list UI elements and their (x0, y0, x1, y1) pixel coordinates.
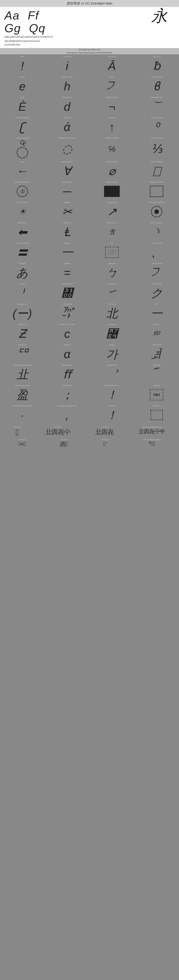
bottom-cjk-section: CJK Ext D 𫝀 CJK Ext E 㐀㐁㐂㐃 CJK Ext F 㐀㐁㐂… (0, 423, 179, 451)
grid-cell-arrows: Arrows ← (0, 159, 45, 180)
grid-cell-latinextc: Latin Ext C Ⱡ (45, 220, 89, 240)
glyph-grid: ASCII ! Latin 1 Sup i Latin Ext A Ā Lati… (0, 54, 179, 423)
copyright-bar: © Design by fontke.com (0, 48, 179, 51)
grid-cell-cjkextc: CJK Ext C (134, 404, 179, 423)
bottom-cell-6: CJK Ext E 㐁𪜀 (60, 439, 68, 448)
grid-cell-diacriticsforsymbols: Diacriticals For Symbols ◌ (45, 136, 89, 159)
grid-cell-cyrillicextc: Latin Fnt Additional ʗ (0, 115, 45, 135)
header: 更纱黑体 UI SC Extralight Italic (0, 0, 179, 7)
grid-cell-ipaext: IPA Ext e (0, 75, 45, 95)
font-source-bar: Font Source: http://www.fontke.com/font/… (0, 51, 179, 54)
grid-cell-idc: IDC ⿰⿱ (90, 241, 134, 261)
grid-cell-alphabeticff: Alphabetic FF ﬀ (45, 363, 89, 383)
grid-cell-enclosedideographicsup: Enclosed Ideographic Sup , (45, 404, 89, 423)
grid-cell-miscarrows: Misc Arrows ⬅ (0, 220, 45, 240)
grid-cell-enclosedcjk: Enclosed CJK (ー) (0, 302, 45, 322)
grid-cell-smallforms: Small Forms ； (45, 383, 89, 403)
grid-cell-suppunctuation: Sup Punctuation ⸃ (134, 220, 179, 240)
font-title: 更纱黑体 UI SC Extralight Italic (66, 2, 113, 5)
grid-cell-cyrillicextb: Cyrillic Ext B Ƶ (0, 322, 45, 342)
grid-cell-greek: Diacriticals Ext ϐ (134, 75, 179, 95)
grid-cell-mathoperators: Math Operators ∀ (45, 159, 89, 180)
grid-cell-cjkstrokes: CJK Strokes ㇀ (90, 282, 134, 302)
grid-cell-cyrillic: Cyrillic È (0, 95, 45, 115)
grid-cell-jamoexta: Jamo Ext A ꥠ (0, 342, 45, 363)
grid-cell-geometricshapes: Geometric Shapes (134, 180, 179, 200)
bottom-cell-3: CJK Ext F 㐀㐁㐂 (95, 426, 114, 438)
grid-cell-dingbats: Dingbats ✂ (45, 200, 89, 220)
grid-cell-specials: Specials OBJ (134, 383, 179, 403)
grid-cell-currency: Currency Symbols ₠ (0, 136, 45, 159)
grid-cell-cjkradicalssup: CJK Radicals Sup 〓 (0, 241, 45, 261)
grid-cell-blockelements: Block Elements (90, 180, 134, 200)
grid-cell-cjkcompatforms: CJK Compat Forms 盈 (0, 383, 45, 403)
grid-cell-cjkcompatideographs: CJK Compat Ideographs 㐀 (0, 363, 45, 383)
copyright-design: © Design by fontke.com (79, 49, 100, 51)
grid-cell-hangul: Hangul 가 (90, 342, 134, 363)
grid-cell-jamoextb: Jamo Ext B ힰ (134, 342, 179, 363)
grid-cell-modifiertone: Modifier Tone Letters c (45, 322, 89, 342)
bottom-cell-4: CJK Compat Ideographs Sup 㐀㐁㐂㐃㐄 (139, 426, 165, 438)
grid-cell-boxdrawing: Box Drawing ─ (45, 180, 89, 200)
font-demo-area: Aa Ff 永 Gg Qq ABCDEFGHIJKLMNOPQRSTUVWXYZ… (0, 7, 179, 48)
bottom-cell-1: CJK Ext D 𫝀 (14, 426, 21, 438)
grid-cell-katakanaext: Katakana Ext ク (134, 282, 179, 302)
bottom-cell-7: CJK Ext F 𫝀⁻ (102, 439, 109, 448)
grid-cell-controlpictures: Control Pictures ⎕ (134, 159, 179, 180)
grid-cell-gothicextn: Gothic Ext N 𝔄 (90, 220, 134, 240)
grid-cell-miscsymbols: Misc Symbols ☀ (0, 200, 45, 220)
grid-cell-ascii: ASCII ! (0, 54, 45, 75)
bottom-cell-8: CJK Compat Ideographs ⁰𪜀𫝀 (144, 439, 161, 448)
grid-cell-diacriticsext: Diacriticals Sup ͝ (134, 95, 179, 115)
grid-cell-cjk: CJK 一 (134, 302, 179, 322)
grid-cell-letterlikesymbols: Letterlike Symbols ℅ (90, 136, 134, 159)
grid-cell-enclosedalphanumsup: Enclosed Alphanums Sup · (0, 404, 45, 423)
grid-cell-kaomli: Kaom Li ꡀ (134, 322, 179, 342)
bottom-cell-2: CJK Ext E 㐀㐁㐂㐃 (45, 426, 70, 438)
grid-cell-kanbun: Kanbun ㆐ (0, 282, 45, 302)
bottom-cell-5: CJK Ext D 𫝀«㐀 (18, 439, 26, 448)
grid-cell-latinextd: Latin Ext D ꟤ (90, 322, 134, 342)
grid-cell-enclosedalphanum: Enclosed Alphanums ① (0, 180, 45, 200)
kanji-char: 永 (151, 7, 168, 25)
grid-cell-phoneticext: Phonetic Ext Sup ¬ (90, 95, 134, 115)
font-alphabet-upper: ABCDEFGHIJKLMNOPQRSTUVWXYZ abcdefghijklm… (5, 35, 174, 47)
grid-cell-superandsub: Super And Sub ⁰ (134, 115, 179, 135)
font-source: Font Source: http://www.fontke.com/font/… (67, 52, 113, 54)
grid-cell-latinexte: Latin Ext E α (45, 342, 89, 363)
grid-cell-diacriticals: Jamo ᄀ (90, 75, 134, 95)
font-large-chars2: Gg Qq (5, 22, 174, 35)
grid-cell-bopomofoext: Bopomofo Ext ㄀ (45, 282, 89, 302)
grid-cell-hiragana: Hiragana あ (0, 261, 45, 281)
grid-cell-cjkcompat: CJK Compat ㌀ (45, 302, 89, 322)
grid-cell-cyrillicsup: Phonetic Ext d (45, 95, 89, 115)
grid-cell-cjksymbols: CJK Symbols 、 (134, 241, 179, 261)
grid-cell-misctechnical: Misc Technical ⌀ (90, 159, 134, 180)
grid-cell-bopomofo: Bopomofo ㄅ (90, 261, 134, 281)
grid-cell-katakana: Katakana = (45, 261, 89, 281)
grid-cell-compatjamo: Compat Jamo ᄀ (134, 261, 179, 281)
grid-cell-cjkexta: CJK Ext A 北 (90, 302, 134, 322)
grid-cell-halfmarks: Half Marks ︠ (134, 363, 179, 383)
grid-cell-greekext: Greek Ext ά (45, 115, 89, 135)
grid-cell-latinextb: Latin Ext B ƀ (134, 54, 179, 75)
font-large-chars: Aa Ff 永 (5, 9, 174, 22)
grid-cell-halffullforms: Half And Full Forms ！ (90, 383, 134, 403)
grid-cell-kangxi: Kangxi ⼀ (45, 241, 89, 261)
grid-cell-miscmathsymbolsa: Misc Math Symbols A (134, 200, 179, 220)
grid-cell-numberforms: Number Forms ⅓ (134, 136, 179, 159)
grid-cell-modifierletters: Modifier Letters h (45, 75, 89, 95)
grid-cell-latinexta: Latin Ext A Ā (90, 54, 134, 75)
grid-cell-punctuation: Punctuation ↑ (90, 115, 134, 135)
grid-cell-cjkextb: CJK Ext B ！ (90, 404, 134, 423)
grid-cell-latin1sup: Latin 1 Sup i (45, 54, 89, 75)
grid-cell-verticalforms: Vertical Forms ︐ (90, 363, 134, 383)
grid-cell-suparrowsb: Sup Arrows B ↗ (90, 200, 134, 220)
